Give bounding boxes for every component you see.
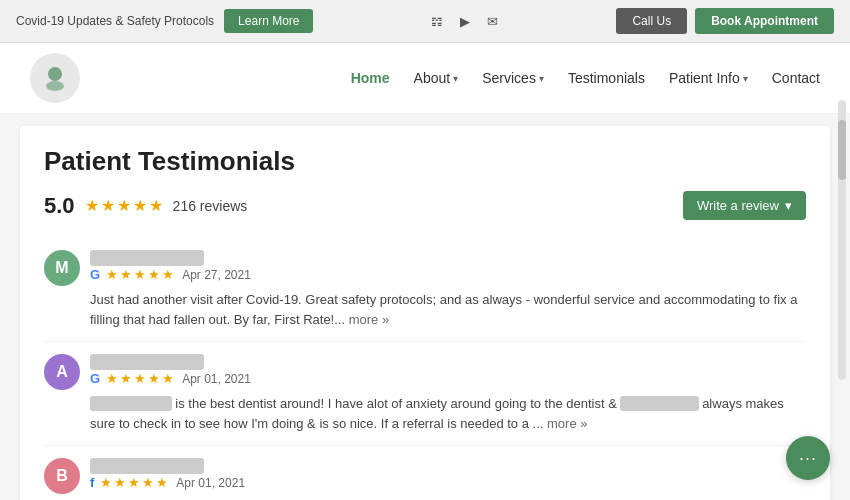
chat-icon: ··· xyxy=(799,448,817,469)
review-date: Apr 01, 2021 xyxy=(182,372,251,386)
scrollbar[interactable] xyxy=(838,100,846,380)
review-count: 216 reviews xyxy=(173,198,248,214)
write-review-button[interactable]: Write a review ▾ xyxy=(683,191,806,220)
email-social-icon[interactable]: ✉ xyxy=(483,11,503,31)
star-3: ★ xyxy=(117,196,131,215)
reviewer-name: ████████████ xyxy=(90,458,806,473)
main-content: Patient Testimonials 5.0 ★ ★ ★ ★ ★ 216 r… xyxy=(20,126,830,500)
reviewer-name: ████████████ xyxy=(90,250,806,265)
review-meta: ████████████ G ★ ★ ★ ★ ★ Apr 01, 2021 xyxy=(90,354,806,386)
avatar: B xyxy=(44,458,80,494)
star-4: ★ xyxy=(133,196,147,215)
logo xyxy=(30,53,80,103)
review-item: B ████████████ f ★ ★ ★ ★ ★ xyxy=(44,446,806,500)
google-icon: G xyxy=(90,267,100,282)
rating-score: 5.0 xyxy=(44,193,75,219)
review-date: Apr 27, 2021 xyxy=(182,268,251,282)
overall-stars: ★ ★ ★ ★ ★ xyxy=(85,196,163,215)
rating-row: 5.0 ★ ★ ★ ★ ★ 216 reviews Write a review… xyxy=(44,191,806,220)
nav-contact[interactable]: Contact xyxy=(772,70,820,86)
about-arrow-icon: ▾ xyxy=(453,73,458,84)
logo-area[interactable] xyxy=(30,53,80,103)
nav-links: Home About ▾ Services ▾ Testimonials Pat… xyxy=(351,70,820,86)
nav-bar: Home About ▾ Services ▾ Testimonials Pat… xyxy=(0,43,850,114)
review-header: B ████████████ f ★ ★ ★ ★ ★ xyxy=(44,458,806,494)
covid-text: Covid-19 Updates & Safety Protocols xyxy=(16,14,214,28)
nav-patient-info[interactable]: Patient Info ▾ xyxy=(669,70,748,86)
more-link[interactable]: more » xyxy=(547,416,587,431)
youtube-social-icon[interactable]: ▶ xyxy=(455,11,475,31)
services-arrow-icon: ▾ xyxy=(539,73,544,84)
reviews-list: M ████████████ G ★ ★ ★ ★ ★ xyxy=(44,238,806,500)
social-icons: 𝌷 ▶ ✉ xyxy=(427,11,503,31)
learn-more-button[interactable]: Learn More xyxy=(224,9,313,33)
review-meta: ████████████ f ★ ★ ★ ★ ★ Apr 01, 2021 xyxy=(90,458,806,490)
review-text: Just had another visit after Covid-19. G… xyxy=(90,290,806,329)
patient-info-arrow-icon: ▾ xyxy=(743,73,748,84)
avatar: M xyxy=(44,250,80,286)
review-rating-row: G ★ ★ ★ ★ ★ Apr 01, 2021 xyxy=(90,371,806,386)
review-date: Apr 01, 2021 xyxy=(176,476,245,490)
scrollbar-thumb[interactable] xyxy=(838,120,846,180)
review-rating-row: f ★ ★ ★ ★ ★ Apr 01, 2021 xyxy=(90,475,806,490)
page-title: Patient Testimonials xyxy=(44,146,806,177)
logo-icon xyxy=(39,62,71,94)
star-2: ★ xyxy=(101,196,115,215)
review-rating-row: G ★ ★ ★ ★ ★ Apr 27, 2021 xyxy=(90,267,806,282)
more-link[interactable]: more » xyxy=(349,312,389,327)
review-stars: ★ ★ ★ ★ ★ xyxy=(100,475,168,490)
write-review-arrow-icon: ▾ xyxy=(785,198,792,213)
top-bar-right: Call Us Book Appointment xyxy=(616,8,834,34)
review-header: A ████████████ G ★ ★ ★ ★ ★ xyxy=(44,354,806,390)
svg-point-0 xyxy=(48,67,62,81)
facebook-social-icon[interactable]: 𝌷 xyxy=(427,11,447,31)
nav-services[interactable]: Services ▾ xyxy=(482,70,544,86)
review-item: A ████████████ G ★ ★ ★ ★ ★ xyxy=(44,342,806,446)
review-meta: ████████████ G ★ ★ ★ ★ ★ Apr 27, 2021 xyxy=(90,250,806,282)
call-us-button[interactable]: Call Us xyxy=(616,8,687,34)
nav-testimonials[interactable]: Testimonials xyxy=(568,70,645,86)
top-bar: Covid-19 Updates & Safety Protocols Lear… xyxy=(0,0,850,43)
review-stars: ★ ★ ★ ★ ★ xyxy=(106,267,174,282)
chat-bubble-button[interactable]: ··· xyxy=(786,436,830,480)
review-header: M ████████████ G ★ ★ ★ ★ ★ xyxy=(44,250,806,286)
star-5: ★ xyxy=(149,196,163,215)
reviewer-name: ████████████ xyxy=(90,354,806,369)
facebook-icon: f xyxy=(90,475,94,490)
top-bar-left: Covid-19 Updates & Safety Protocols Lear… xyxy=(16,9,313,33)
book-appointment-button[interactable]: Book Appointment xyxy=(695,8,834,34)
svg-point-1 xyxy=(46,81,64,91)
star-1: ★ xyxy=(85,196,99,215)
review-stars: ★ ★ ★ ★ ★ xyxy=(106,371,174,386)
review-item: M ████████████ G ★ ★ ★ ★ ★ xyxy=(44,238,806,342)
nav-about[interactable]: About ▾ xyxy=(414,70,459,86)
nav-home[interactable]: Home xyxy=(351,70,390,86)
google-icon: G xyxy=(90,371,100,386)
avatar: A xyxy=(44,354,80,390)
review-text: is the best dentist around! I have alot … xyxy=(90,394,806,433)
